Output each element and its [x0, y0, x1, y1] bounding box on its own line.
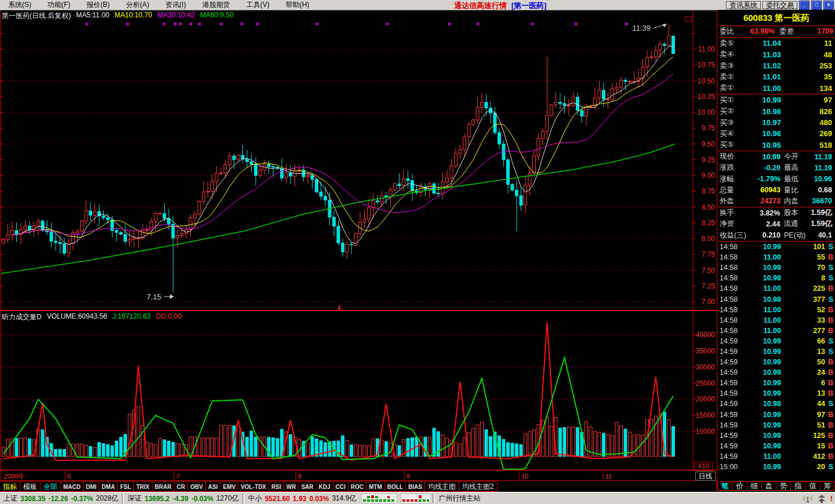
- quote-tab-势[interactable]: 势: [776, 481, 791, 491]
- tab-dma[interactable]: DMA: [99, 481, 118, 492]
- svg-text:×: ×: [198, 20, 201, 27]
- quote-tab-值[interactable]: 值: [805, 481, 821, 491]
- close-button[interactable]: ×: [823, 1, 834, 10]
- tdx-application-window: 系统(S)功能(F)报价(B)分析(A)资讯(I)港股期货工具(V)帮助(H) …: [0, 0, 835, 504]
- tab-dmi[interactable]: DMI: [83, 481, 99, 492]
- svg-text:8: 8: [298, 473, 302, 480]
- tab-trix[interactable]: TRIX: [133, 481, 153, 492]
- tick-row: 15:0010.9920S: [718, 462, 835, 472]
- tick-row: 14:5810.99101S: [718, 242, 835, 252]
- ask-row[interactable]: 卖④11.0348: [718, 49, 835, 60]
- quote-info-row: 总量60943量比0.68: [718, 185, 835, 196]
- tick-row: 14:5810.9970S: [718, 262, 835, 273]
- bid-row[interactable]: 买⑤10.95518: [718, 140, 835, 151]
- tab-bias[interactable]: BIAS: [405, 481, 425, 492]
- ask-queue: 卖⑤11.0411卖④11.0348卖③11.02253卖②11.0135卖①1…: [718, 38, 835, 94]
- tab-vol-tdx[interactable]: VOL-TDX: [238, 481, 269, 492]
- volume-axis-labels: 40000350003000025000200001500010000: [696, 331, 716, 435]
- ma60-line: [1, 144, 675, 273]
- price-axis-labels: 11.0010.7510.5010.2510.009.759.509.259.0…: [698, 45, 715, 306]
- bid-row[interactable]: 买③10.97480: [718, 117, 835, 128]
- restore-button[interactable]: □: [811, 1, 822, 10]
- quote-info-row: 现价10.99今开11.19: [718, 151, 835, 162]
- tab-boll[interactable]: BOLL: [384, 481, 406, 492]
- weibi-label: 委比: [720, 26, 739, 37]
- minimize-button[interactable]: _: [799, 1, 809, 10]
- tick-row: 14:5910.9844S: [718, 399, 835, 409]
- tab-brar[interactable]: BRAR: [152, 481, 175, 492]
- stock-name: 第一医药: [775, 13, 809, 23]
- j-value: J:197120.63: [112, 312, 151, 322]
- tab-rsi[interactable]: RSI: [268, 481, 284, 492]
- svg-text:9.25: 9.25: [702, 156, 716, 164]
- quote-tab-笔[interactable]: 笔: [717, 481, 732, 491]
- upload-arrows-icon[interactable]: [818, 494, 826, 503]
- tab-fsl[interactable]: FSL: [117, 481, 134, 492]
- alert-icon[interactable]: !: [830, 494, 833, 503]
- quote-tab-筹[interactable]: 筹: [820, 481, 835, 491]
- index-segment-上证[interactable]: 上证3308.35-12.26-0.37%2028亿: [0, 494, 122, 503]
- index-segment-中小[interactable]: 中小5521.601.930.03%314.9亿: [245, 494, 360, 503]
- tab-main-chart-1[interactable]: 均线主图: [424, 481, 459, 492]
- tick-list: 14:5810.99101S14:5811.0055B14:5810.9970S…: [718, 242, 835, 472]
- tab-obv[interactable]: OBV: [187, 481, 206, 492]
- tab-kdj[interactable]: KDJ: [316, 481, 333, 492]
- ma60-value: MA60:9.50: [200, 11, 234, 21]
- index-segment-深证[interactable]: 深证13695.2-4.39-0.03%1270亿: [124, 494, 242, 503]
- quote-tab-价[interactable]: 价: [732, 481, 747, 491]
- ask-row[interactable]: 卖⑤11.0411: [718, 38, 835, 49]
- svg-text:7.00: 7.00: [702, 298, 716, 306]
- tick-row: 14:5910.996B: [718, 378, 835, 388]
- market-heat-widget-2: [401, 494, 431, 503]
- ma5-line: [12, 46, 673, 244]
- tab-cr[interactable]: CR: [174, 481, 188, 492]
- status-bar: 上证3308.35-12.26-0.37%2028亿深证13695.2-4.39…: [0, 492, 835, 504]
- indicator-tab-bar: 指标模板全部MACDDMIDMAFSLTRIXBRARCROBVASIEMVVO…: [0, 481, 717, 492]
- tab-indicator[interactable]: 指标: [0, 481, 20, 492]
- tab-asi[interactable]: ASI: [205, 481, 221, 492]
- tab-sar[interactable]: SAR: [298, 481, 316, 492]
- ma10-value: MA10:10.70: [114, 11, 152, 21]
- svg-text:×: ×: [85, 20, 88, 27]
- tick-row: 14:5811.0055B: [718, 252, 835, 262]
- svg-text:×: ×: [173, 20, 177, 27]
- weicha-value: 1709: [803, 26, 833, 37]
- candlestick-chart[interactable]: ×××××××××××××××××11.0010.7510.5010.2510.…: [0, 0, 718, 492]
- info-system-button[interactable]: 资讯系统: [726, 1, 761, 9]
- trade-button[interactable]: 委托交易: [763, 1, 797, 9]
- quote-tab-盘[interactable]: 盘: [761, 481, 776, 491]
- ask-row[interactable]: 卖①11.00134: [718, 83, 835, 94]
- tab-main-chart-2[interactable]: 均线主图2: [459, 481, 498, 492]
- tab-all[interactable]: 全部: [40, 481, 61, 492]
- tab-mtm[interactable]: MTM: [366, 481, 385, 492]
- ask-row[interactable]: 卖③11.02253: [718, 60, 835, 71]
- ask-row[interactable]: 卖②11.0135: [718, 71, 835, 82]
- quote-tab-细[interactable]: 细: [747, 481, 762, 491]
- quote-info-row: 收益(三)0.210PE(动)40.1: [718, 230, 835, 241]
- svg-text:×: ×: [256, 20, 259, 27]
- svg-text:7.25: 7.25: [702, 282, 716, 290]
- tab-template[interactable]: 模板: [20, 481, 41, 492]
- bid-row[interactable]: 买④10.96269: [718, 128, 835, 139]
- tab-emv[interactable]: EMV: [220, 481, 238, 492]
- svg-text:6: 6: [67, 473, 71, 480]
- svg-text:10.00: 10.00: [698, 108, 715, 116]
- svg-text:9: 9: [406, 473, 410, 480]
- tab-macd[interactable]: MACD: [60, 481, 84, 492]
- volume-value: VOLUME:60943.56: [47, 312, 107, 322]
- bid-row[interactable]: 买②10.98826: [718, 105, 835, 116]
- grid-lines: [1, 49, 692, 432]
- quote-tab-指[interactable]: 指: [790, 481, 805, 491]
- bid-row[interactable]: 买①10.9997: [718, 94, 835, 105]
- svg-text:×: ×: [189, 20, 193, 27]
- period-selector[interactable]: 日线: [695, 472, 716, 481]
- stock-code-name: 600833 第一医药: [718, 10, 835, 26]
- signal-tower-icon: [803, 494, 813, 503]
- svg-text:10000: 10000: [696, 428, 716, 436]
- date-axis: 2009年67891011: [4, 471, 612, 480]
- tab-cci[interactable]: CCI: [333, 481, 348, 492]
- quote-info-block-2: 换手3.82%股本1.59亿净资2.44流通1.59亿收益(三)0.210PE(…: [718, 207, 835, 242]
- quote-panel: 600833 第一医药 委比 63.98% 委差 1709 卖⑤11.0411卖…: [718, 10, 835, 491]
- tab-wr[interactable]: WR: [284, 481, 299, 492]
- tab-roc[interactable]: ROC: [348, 481, 366, 492]
